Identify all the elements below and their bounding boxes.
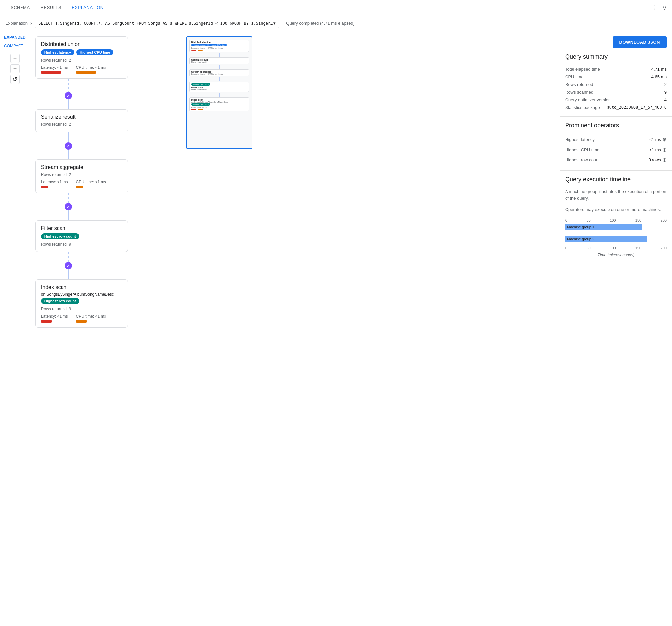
node-stream-aggregate[interactable]: Stream aggregate Rows returned: 2 Latenc…	[35, 160, 128, 193]
bottom-axis: 0 50 100 150 200	[565, 246, 667, 250]
zoom-out-btn[interactable]: −	[10, 64, 20, 73]
latency-bar-2	[41, 186, 48, 188]
main-content: EXPANDED COMPACT + − ↺ Distributed union…	[0, 31, 672, 625]
mini-node-0: Distributed union Highest latency Highes…	[190, 40, 249, 52]
badge-highest-row-count-3: Highest row count	[41, 233, 79, 239]
badge-highest-cpu-time: Highest CPU time	[76, 49, 114, 55]
rows-returned-2: Rows returned: 2	[41, 172, 122, 177]
stat-latency-2: Latency: <1 ms	[41, 180, 68, 188]
rows-returned-4: Rows returned: 9	[41, 307, 122, 311]
zoom-in-btn[interactable]: +	[10, 53, 20, 63]
badge-highest-row-count-4: Highest row count	[41, 298, 79, 304]
node-filter-scan[interactable]: Filter scan Highest row count Rows retur…	[35, 221, 128, 252]
query-timeline-title: Query execution timeline	[565, 176, 667, 183]
connector-check-0: ✓	[65, 92, 72, 99]
rows-returned-3: Rows returned: 9	[41, 242, 122, 247]
chart-row-1: Machine group 2	[565, 234, 667, 244]
stats-4: Latency: <1 ms CPU time: <1 ms	[41, 314, 122, 323]
right-panel: DOWNLOAD JSON Query summary Total elapse…	[559, 31, 672, 625]
rows-returned-0: Rows returned: 2	[41, 58, 122, 63]
stats-0: Latency: <1 ms CPU time: <1 ms	[41, 65, 122, 74]
node-distributed-union[interactable]: Distributed union Highest latency Highes…	[35, 37, 128, 79]
query-select-text: SELECT s.SingerId, COUNT(*) AS SongCount…	[38, 21, 273, 26]
query-status: Query completed (4.71 ms elapsed)	[286, 21, 355, 26]
dropdown-arrow-icon: ▾	[273, 21, 276, 26]
vline-dashed-0	[68, 79, 69, 92]
summary-row-4: Query optimizer version 4	[565, 96, 667, 103]
compact-view-btn[interactable]: COMPACT	[1, 42, 28, 50]
timeline-desc-1: A machine group illustrates the executio…	[565, 188, 667, 201]
op-link-1[interactable]: ⊕	[663, 146, 667, 153]
summary-row-3: Rows scanned 9	[565, 88, 667, 96]
connector-1-2: ✓	[35, 132, 101, 160]
prominent-operators-title: Prominent operators	[565, 122, 667, 129]
vline-solid-0	[68, 99, 69, 109]
op-link-0[interactable]: ⊕	[663, 136, 667, 143]
plan-nodes: Distributed union Highest latency Highes…	[35, 37, 181, 620]
query-select[interactable]: SELECT s.SingerId, COUNT(*) AS SongCount…	[35, 19, 280, 28]
expand-icon[interactable]: ∨	[663, 4, 667, 11]
breadcrumb-bar: Explanation › SELECT s.SingerId, COUNT(*…	[0, 16, 672, 31]
cpu-bar-4	[76, 320, 87, 323]
stat-cpu-4: CPU time: <1 ms	[76, 314, 106, 323]
query-summary-section: Query summary Total elapsed time 4.71 ms…	[560, 48, 672, 117]
timeline-desc-2: Operators may execute on one or more mac…	[565, 206, 667, 213]
tabs-left: SCHEMA RESULTS EXPLANATION	[5, 0, 109, 15]
query-timeline-section: Query execution timeline A machine group…	[560, 171, 672, 263]
fullscreen-icon[interactable]: ⛶	[654, 4, 660, 11]
tab-results[interactable]: RESULTS	[35, 0, 67, 15]
zoom-controls: + − ↺	[1, 53, 28, 84]
stat-cpu-2: CPU time: <1 ms	[76, 180, 106, 188]
op-row-0: Highest latency <1 ms ⊕	[565, 134, 667, 145]
connector-check-3: ✓	[65, 262, 72, 269]
connector-check-1: ✓	[65, 142, 72, 149]
badges-distributed-union: Highest latency Highest CPU time	[41, 49, 122, 55]
tabs-right: ⛶ ∨	[654, 4, 667, 11]
node-title-index-scan: Index scan	[41, 284, 122, 290]
tabs-bar: SCHEMA RESULTS EXPLANATION ⛶ ∨	[0, 0, 672, 16]
query-summary-title: Query summary	[565, 53, 667, 60]
rows-returned-1: Rows returned: 2	[41, 122, 122, 127]
latency-bar-4	[41, 320, 52, 323]
chart-xlabel: Time (microseconds)	[565, 253, 667, 257]
stats-2: Latency: <1 ms CPU time: <1 ms	[41, 180, 122, 188]
summary-row-0: Total elapsed time 4.71 ms	[565, 66, 667, 73]
node-subtitle-index-scan: on SongsBySingerAlbumSongNameDesc	[41, 292, 122, 297]
breadcrumb-arrow: ›	[30, 21, 32, 26]
latency-bar-0	[41, 71, 61, 74]
node-title-serialize-result: Serialize result	[41, 114, 122, 120]
minimap: Distributed union Highest latency Highes…	[186, 37, 252, 149]
vline-solid-1b	[68, 149, 69, 160]
connector-3-4: ✓	[35, 252, 101, 279]
node-title-distributed-union: Distributed union	[41, 41, 122, 47]
breadcrumb-label: Explanation	[5, 21, 28, 26]
badges-filter-scan: Highest row count	[41, 233, 122, 239]
view-controls: EXPANDED COMPACT + − ↺	[0, 31, 30, 625]
vline-dashed-2	[68, 193, 69, 203]
badges-index-scan: Highest row count	[41, 298, 122, 304]
bar-machine-1: Machine group 1	[565, 224, 642, 230]
cpu-bar-2	[76, 186, 83, 188]
summary-row-5: Statistics package auto_20230608_17_57_4…	[565, 103, 667, 111]
chart-area: 0 50 100 150 200 Machine group 1 Machine…	[565, 218, 667, 257]
vline-solid-2	[68, 210, 69, 221]
summary-row-2: Rows returned 2	[565, 81, 667, 88]
node-serialize-result[interactable]: Serialize result Rows returned: 2	[35, 109, 128, 132]
tab-schema[interactable]: SCHEMA	[5, 0, 35, 15]
prominent-operators-section: Prominent operators Highest latency <1 m…	[560, 117, 672, 171]
zoom-reset-btn[interactable]: ↺	[10, 75, 20, 84]
download-json-btn[interactable]: DOWNLOAD JSON	[613, 37, 667, 48]
stat-latency-4: Latency: <1 ms	[41, 314, 68, 323]
expanded-view-btn[interactable]: EXPANDED	[1, 34, 28, 41]
vline-solid-1a	[68, 132, 69, 142]
chart-row-0: Machine group 1	[565, 222, 667, 232]
node-index-scan[interactable]: Index scan on SongsBySingerAlbumSongName…	[35, 279, 128, 328]
op-link-2[interactable]: ⊕	[663, 157, 667, 163]
node-title-stream-aggregate: Stream aggregate	[41, 164, 122, 170]
tab-explanation[interactable]: EXPLANATION	[67, 0, 109, 15]
summary-row-1: CPU time 4.65 ms	[565, 73, 667, 81]
bar-machine-2: Machine group 2	[565, 236, 647, 242]
connector-0-1: ✓	[35, 79, 101, 109]
badge-highest-latency: Highest latency	[41, 49, 74, 55]
top-axis: 0 50 100 150 200	[565, 218, 667, 222]
